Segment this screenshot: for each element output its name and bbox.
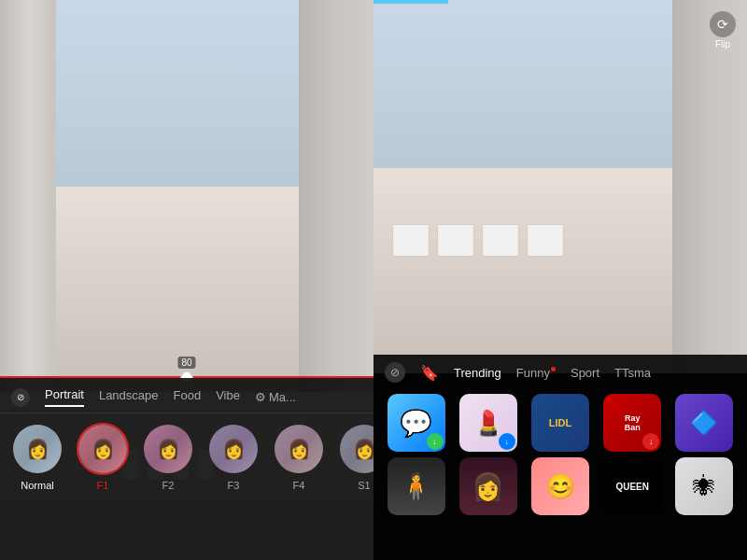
effect-cartoon[interactable]: 😊 <box>527 457 593 515</box>
filter-label-s1: S1 <box>358 480 370 491</box>
tab-more-label: Ma... <box>269 390 296 404</box>
timeline-label: 80 <box>177 357 195 369</box>
effect-thumb-girl: 👩 <box>459 457 517 515</box>
filter-f4[interactable]: 👩 F4 <box>273 423 325 491</box>
right-building <box>672 0 747 373</box>
filter-thumb-f1: 👩 <box>77 423 129 475</box>
tab-funny-label: Funny <box>516 366 550 380</box>
filter-f2[interactable]: 👩 F2 <box>142 423 194 491</box>
spider-icon: 🕷 <box>675 457 733 515</box>
no-filter-icon[interactable]: ⊘ <box>11 388 30 407</box>
lidl-icon: LIDL <box>531 394 589 452</box>
effects-panel: ⊘ 🔖 Trending Funny Sport TTsma 💬 ↓ 💄 ↓ <box>374 355 747 560</box>
filter-normal[interactable]: 👩 Normal <box>11 423 63 491</box>
effect-beauty[interactable]: 💄 ↓ <box>455 394 521 452</box>
tab-trending[interactable]: Trending <box>454 366 501 380</box>
tab-landscape[interactable]: Landscape <box>99 388 159 406</box>
filter-label-normal: Normal <box>21 480 53 491</box>
filter-label-f3: F3 <box>228 480 240 491</box>
flip-label: Flip <box>715 39 730 49</box>
filter-label-f2: F2 <box>162 480 175 491</box>
effect-spider[interactable]: 🕷 <box>671 457 738 515</box>
filter-img-f1: 👩 <box>78 425 127 473</box>
download-badge: ↓ <box>499 433 515 450</box>
filter-f1[interactable]: 👩 F1 <box>77 423 129 491</box>
right-windows-row <box>392 224 644 257</box>
effect-thumb-queen: QUEEN <box>603 457 661 515</box>
right-sky <box>374 0 672 168</box>
app5-icon: 🔷 <box>675 394 733 452</box>
bookmark-icon[interactable]: 🔖 <box>420 364 439 382</box>
effect-thumb-beauty: 💄 ↓ <box>459 394 517 452</box>
left-camera-panel: 80 ⊘ Portrait Landscape Food Vibe ⚙ Ma..… <box>0 0 374 560</box>
effect-lidl[interactable]: LIDL <box>527 394 593 452</box>
effect-rayban[interactable]: RayBan ↓ <box>599 394 666 452</box>
download-badge: ↓ <box>427 433 444 450</box>
flip-button[interactable]: ⟳ Flip <box>710 11 736 49</box>
filter-thumb-s1: 👩 <box>338 423 374 475</box>
filter-label-f1: F1 <box>97 480 109 491</box>
effects-grid: 💬 ↓ 💄 ↓ LIDL RayBan ↓ <box>374 388 747 521</box>
filter-thumb-normal: 👩 <box>11 423 63 475</box>
funny-dot <box>551 367 556 371</box>
flip-camera-icon: ⟳ <box>710 11 736 37</box>
right-camera-panel: ⟳ Flip ⊘ 🔖 Trending Funny Sport TTsma 💬 … <box>374 0 747 560</box>
window <box>392 224 430 257</box>
effect-girl[interactable]: 👩 <box>455 457 521 515</box>
queen-icon: QUEEN <box>603 457 661 515</box>
building-right <box>299 0 374 392</box>
filter-img-normal: 👩 <box>13 425 62 473</box>
building-left <box>0 0 56 392</box>
effect-man[interactable]: 🧍 <box>383 457 449 515</box>
tab-food[interactable]: Food <box>174 388 202 406</box>
filter-strip: 👩 Normal 👩 F1 👩 <box>0 413 374 500</box>
bottom-controls: ⊘ Portrait Landscape Food Vibe ⚙ Ma... 👩… <box>0 378 374 560</box>
tab-portrait[interactable]: Portrait <box>45 387 84 407</box>
filter-img-s1: 👩 <box>340 425 374 473</box>
filter-s1[interactable]: 👩 S1 <box>338 423 374 491</box>
effect-app5[interactable]: 🔷 <box>671 394 738 452</box>
effect-messages[interactable]: 💬 ↓ <box>383 394 449 452</box>
effect-thumb-lidl: LIDL <box>531 394 589 452</box>
effect-thumb-cartoon: 😊 <box>531 457 589 515</box>
girl-icon: 👩 <box>459 457 517 515</box>
filter-img-f4: 👩 <box>275 425 323 473</box>
gear-icon: ⚙ <box>255 390 266 404</box>
filter-img-f3: 👩 <box>209 425 258 473</box>
man-icon: 🧍 <box>388 457 445 515</box>
effect-thumb-spider: 🕷 <box>675 457 733 515</box>
filter-f3[interactable]: 👩 F3 <box>207 423 260 491</box>
filter-thumb-f2: 👩 <box>142 423 194 475</box>
effect-thumb-rayban: RayBan ↓ <box>603 394 661 452</box>
cartoon-icon: 😊 <box>531 457 589 515</box>
effects-tabs: ⊘ 🔖 Trending Funny Sport TTsma <box>374 355 747 388</box>
window <box>527 224 564 257</box>
tab-more[interactable]: ⚙ Ma... <box>255 390 296 404</box>
mode-tabs: ⊘ Portrait Landscape Food Vibe ⚙ Ma... <box>0 378 374 413</box>
right-rooftop <box>374 168 672 373</box>
filter-label-f4: F4 <box>293 480 305 491</box>
effect-thumb-messages: 💬 ↓ <box>388 394 445 452</box>
sky <box>56 0 299 187</box>
window <box>482 224 519 257</box>
filter-thumb-f3: 👩 <box>207 423 260 475</box>
no-effect-icon[interactable]: ⊘ <box>385 362 405 383</box>
effect-queen[interactable]: QUEEN <box>599 457 666 515</box>
progress-bar <box>374 0 448 4</box>
effect-thumb-man: 🧍 <box>388 457 445 515</box>
tab-sport[interactable]: Sport <box>571 366 599 380</box>
effect-thumb-app5: 🔷 <box>675 394 733 452</box>
filter-thumb-f4: 👩 <box>273 423 325 475</box>
tab-vibe[interactable]: Vibe <box>216 388 240 406</box>
tab-ttsma[interactable]: TTsma <box>614 366 651 380</box>
window <box>437 224 474 257</box>
filter-img-f2: 👩 <box>144 425 192 473</box>
tab-funny[interactable]: Funny <box>516 366 556 380</box>
